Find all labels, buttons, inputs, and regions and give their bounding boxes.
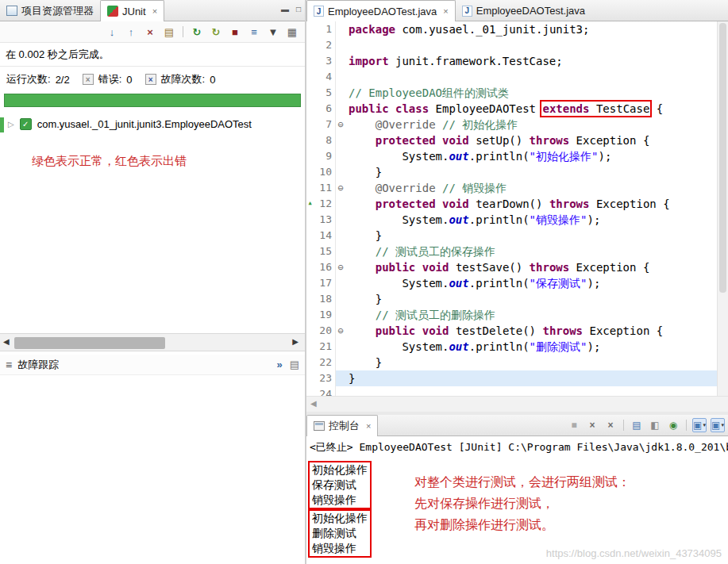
code-token xyxy=(389,102,395,115)
fold-gutter xyxy=(335,21,345,37)
code-line[interactable]: 22 } xyxy=(306,355,717,370)
code-token: class xyxy=(395,102,429,115)
marker-gutter xyxy=(306,69,314,85)
remove-test-run-icon-glyph: × xyxy=(147,26,153,38)
code-line[interactable]: 20⊖ public void testDelete() throws Exce… xyxy=(306,323,717,339)
terminate-icon-glyph: ■ xyxy=(571,420,576,431)
code-token: .println( xyxy=(469,277,530,290)
view-window-buttons: ▬ □ xyxy=(281,5,301,13)
junit-toolbar: ↓↑×▤↻↻■≡▼▦ xyxy=(0,21,305,43)
open-console-icon[interactable]: ▣▾ xyxy=(711,418,725,432)
code-token: tearDown() xyxy=(469,198,549,210)
test-result-tree-item[interactable]: ▷ com.yusael._01_junit.junit3.EmployeeDA… xyxy=(0,110,305,133)
scroll-left-arrow-icon[interactable] xyxy=(310,399,317,408)
test-run-history-icon[interactable]: ▤ xyxy=(162,25,176,39)
pin-console-icon[interactable]: ◉ xyxy=(666,418,680,432)
code-line[interactable]: 7⊖ @Override // 初始化操作 xyxy=(306,117,717,132)
console-output-area[interactable]: <已终止> EmployeeDAOTest [JUnit] C:\Program… xyxy=(306,436,728,564)
fold-collapse-icon[interactable]: ⊖ xyxy=(335,259,345,275)
code-line[interactable]: 19 // 测试员工的删除操作 xyxy=(306,307,717,323)
tab-project-explorer[interactable]: 项目资源管理器 xyxy=(0,1,100,21)
code-line[interactable]: 4 xyxy=(306,69,717,85)
tree-expander-icon[interactable]: ▷ xyxy=(8,120,14,129)
code-line[interactable]: 8 protected void setUp() throws Exceptio… xyxy=(306,132,717,148)
editor-tab-active[interactable]: EmployeeDAOTest.java × xyxy=(306,0,456,21)
editor-tab-inactive[interactable]: EmployeeDAOTest.java xyxy=(456,1,591,21)
stat-label: 故障次数: xyxy=(161,72,206,86)
code-line[interactable]: 14 } xyxy=(306,228,717,244)
next-failure-icon[interactable]: ↓ xyxy=(105,25,119,39)
code-line[interactable]: ▲12 protected void tearDown() throws Exc… xyxy=(306,196,717,212)
line-number: 10 xyxy=(314,164,335,180)
code-editor[interactable]: 1package com.yusael._01_junit.junit3;23i… xyxy=(306,21,728,396)
clear-console-icon[interactable]: ▤ xyxy=(630,418,644,432)
code-line[interactable]: 17 System.out.println("保存测试"); xyxy=(306,275,717,291)
junit-horizontal-scrollbar[interactable] xyxy=(0,333,305,351)
toolbar-separator xyxy=(686,420,687,431)
scrollbar-thumb[interactable] xyxy=(719,23,726,293)
line-number: 6 xyxy=(314,101,335,117)
fold-collapse-icon[interactable]: ⊖ xyxy=(335,180,345,196)
annotation-line: 再对删除操作进行测试。 xyxy=(414,514,630,535)
code-token: // 初始化操作 xyxy=(442,118,518,131)
filter-stack-trace-icon[interactable] xyxy=(276,359,282,370)
scroll-lock-icon[interactable]: ◧ xyxy=(648,418,662,432)
previous-failure-icon[interactable]: ↑ xyxy=(124,25,138,39)
stop-test-icon[interactable]: ■ xyxy=(228,25,242,39)
tab-junit[interactable]: JUnit × xyxy=(100,0,164,21)
display-console-icon[interactable]: ▣▾ xyxy=(692,418,707,432)
code-line[interactable]: 11⊖ @Override // 销毁操作 xyxy=(306,180,717,196)
code-token: // EmployeeDAO组件的测试类 xyxy=(349,86,509,99)
scroll-left-arrow-icon[interactable] xyxy=(3,337,10,346)
close-icon[interactable]: × xyxy=(366,421,371,431)
code-text: public void testSave() throws Exception … xyxy=(345,259,717,275)
fold-gutter xyxy=(335,244,345,259)
code-line[interactable]: 24 xyxy=(306,386,717,396)
remove-launch-icon[interactable]: × xyxy=(585,418,599,432)
code-line[interactable]: 23} xyxy=(306,370,717,386)
code-line[interactable]: 16⊖ public void testSave() throws Except… xyxy=(306,259,717,275)
rerun-failed-first-icon[interactable]: ↻ xyxy=(209,25,223,39)
code-line[interactable]: 1package com.yusael._01_junit.junit3; xyxy=(306,21,717,37)
marker-gutter xyxy=(306,275,314,291)
code-line[interactable]: 10 } xyxy=(306,164,717,180)
failure-trace-label: 故障跟踪 xyxy=(17,358,59,372)
fold-gutter xyxy=(335,275,345,291)
fold-collapse-icon[interactable]: ⊖ xyxy=(335,117,345,132)
remove-test-run-icon[interactable]: × xyxy=(143,25,157,39)
code-line[interactable]: 2 xyxy=(306,37,717,53)
code-token: protected xyxy=(376,134,436,147)
remove-all-launches-icon[interactable]: × xyxy=(603,418,618,432)
code-text: } xyxy=(345,291,717,307)
code-token: } xyxy=(349,293,382,305)
code-line[interactable]: 21 System.out.println("删除测试"); xyxy=(306,339,717,355)
editor-vertical-scrollbar[interactable] xyxy=(717,21,728,396)
code-line[interactable]: 6public class EmployeeDAOTest extends Te… xyxy=(306,101,717,117)
scroll-right-arrow-icon[interactable] xyxy=(292,337,299,346)
view-menu-icon[interactable]: ▦ xyxy=(285,25,299,39)
code-line[interactable]: 9 System.out.println("初始化操作"); xyxy=(306,148,717,164)
maximize-button[interactable]: □ xyxy=(296,5,301,13)
code-line[interactable]: 15 // 测试员工的保存操作 xyxy=(306,244,717,259)
scrollbar-thumb[interactable] xyxy=(14,337,165,349)
code-line[interactable]: 13 System.out.println("销毁操作"); xyxy=(306,212,717,228)
console-view: 控制台 × ■××▤◧◉▣▾▣▾ <已终止> EmployeeDAOTest [… xyxy=(306,412,728,564)
editor-horizontal-scrollbar[interactable] xyxy=(306,396,728,412)
compare-result-icon[interactable] xyxy=(290,359,299,370)
code-line[interactable]: 5// EmployeeDAO组件的测试类 xyxy=(306,85,717,101)
code-line[interactable]: 3import junit.framework.TestCase; xyxy=(306,53,717,69)
close-icon[interactable]: × xyxy=(152,6,157,16)
code-line[interactable]: 18 } xyxy=(306,291,717,307)
close-icon[interactable]: × xyxy=(443,6,448,16)
code-token: Exception { xyxy=(569,134,649,147)
code-text: package com.yusael._01_junit.junit3; xyxy=(345,21,717,37)
show-test-hierarchy-icon[interactable]: ≡ xyxy=(247,25,261,39)
dropdown-arrow-icon[interactable]: ▼ xyxy=(266,25,280,39)
fold-collapse-icon[interactable]: ⊖ xyxy=(335,323,345,339)
minimize-button[interactable]: ▬ xyxy=(281,5,289,13)
code-token: testSave() xyxy=(449,261,529,274)
terminate-icon[interactable]: ■ xyxy=(567,418,581,432)
code-token xyxy=(349,118,376,131)
tab-console[interactable]: 控制台 × xyxy=(306,415,378,436)
rerun-test-icon[interactable]: ↻ xyxy=(190,25,204,39)
